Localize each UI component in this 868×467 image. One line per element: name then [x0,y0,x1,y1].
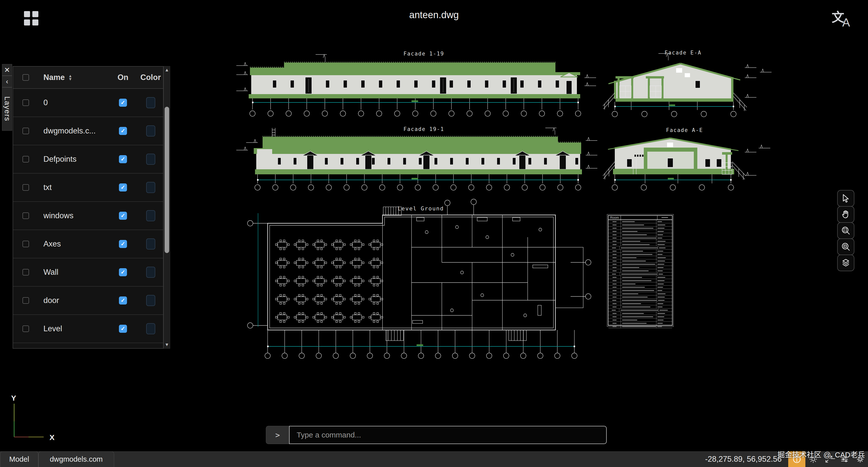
layer-select-checkbox[interactable] [23,326,29,332]
layer-name: 0 [43,98,108,107]
layer-name: Defpoints [43,155,108,164]
room-table-row [609,292,672,295]
room-table-row [609,243,672,246]
layout-tabs: Model dwgmodels.com [0,452,114,467]
room-table-row [609,286,672,289]
layer-color-swatch[interactable] [146,238,155,249]
room-table-row [609,230,672,233]
command-bar: > [266,426,607,444]
layer-select-checkbox[interactable] [23,241,29,247]
layer-row[interactable]: ✓ [13,343,163,349]
layer-visibility-checkbox[interactable]: ✓ [119,240,127,248]
layer-name: windows [43,211,108,220]
zoom-extents-tool[interactable] [837,222,855,239]
layer-row[interactable]: txt✓ [13,173,163,201]
room-header-cell: Room [609,216,621,220]
layer-select-checkbox[interactable] [23,128,29,134]
layer-row[interactable]: Axes✓ [13,230,163,258]
room-table-row [609,325,672,328]
layer-visibility-checkbox[interactable]: ✓ [119,127,127,135]
tab-dwgmodels[interactable]: dwgmodels.com [38,452,114,467]
layer-visibility-checkbox[interactable]: ✓ [119,268,127,276]
layer-select-checkbox[interactable] [23,156,29,163]
layer-color-swatch[interactable] [146,182,155,193]
layer-select-checkbox[interactable] [23,297,29,304]
ucs-y-label: Y [11,394,16,402]
layer-visibility-checkbox[interactable]: ✓ [119,155,127,163]
watermark: 掘金技术社区 @_CAD老兵 [777,449,865,460]
column-header-name[interactable]: Name [43,73,65,82]
layer-color-swatch[interactable] [146,125,155,136]
scrollbar-thumb[interactable] [165,107,169,253]
layer-row[interactable]: dwgmodels.c...✓ [13,116,163,145]
layer-row[interactable]: Wall✓ [13,258,163,286]
sort-icon[interactable]: ▲ ▼ [68,74,72,81]
select-all-checkbox[interactable] [23,74,29,81]
layer-row[interactable]: Defpoints✓ [13,145,163,173]
room-table-row [609,227,672,230]
room-table-row [609,319,672,322]
layer-visibility-checkbox[interactable]: ✓ [119,184,127,192]
layer-row[interactable]: 0✓ [13,89,163,116]
room-table-row [609,276,672,279]
facade-1-19-drawing: Facade 1-19 [235,48,609,121]
layer-visibility-checkbox[interactable]: ✓ [119,296,127,304]
hand-icon [841,209,851,220]
room-table-row [609,259,672,263]
pan-tool[interactable] [837,206,855,223]
layer-color-swatch[interactable] [146,267,155,278]
layer-row[interactable]: windows✓ [13,201,163,230]
cursor-coordinates: -28,275.89, 56,952.56 [705,455,782,464]
room-table-header: Room [609,216,672,220]
translate-icon[interactable]: 文 A [832,7,854,30]
facade-a-e-label: Facade A-E [666,127,703,133]
column-header-color: Color [141,73,161,82]
layers-tool[interactable] [837,255,855,271]
room-table-row [609,322,672,325]
room-table-row [609,240,672,243]
layer-name: Axes [43,239,108,248]
tab-model[interactable]: Model [0,452,38,467]
layer-color-swatch[interactable] [146,210,155,221]
cursor-icon [841,193,851,203]
layers-icon [841,258,851,268]
facade-a-e-drawing: Facade A-E [593,125,770,201]
layer-color-swatch[interactable] [146,295,155,306]
level-ground-plan: Level Ground [235,199,609,373]
room-table-row [609,272,672,276]
layer-visibility-checkbox[interactable]: ✓ [119,212,127,220]
room-table-row [609,263,672,266]
select-tool[interactable] [837,190,855,207]
room-table-row [609,312,672,315]
room-table-row [609,246,672,249]
facade-e-a-label: Facade E-A [664,50,701,56]
close-icon[interactable]: ✕ [2,64,12,76]
room-table-row [609,289,672,292]
layer-select-checkbox[interactable] [23,212,29,219]
room-table-row [609,266,672,269]
layer-color-swatch[interactable] [146,323,155,334]
layer-visibility-checkbox[interactable]: ✓ [119,99,127,107]
layer-select-checkbox[interactable] [23,269,29,275]
scroll-down-icon[interactable]: ▼ [164,342,170,347]
document-title: anteen.dwg [0,9,868,21]
room-table-row [609,282,672,286]
layer-visibility-checkbox[interactable]: ✓ [119,325,127,333]
layers-panel-strip: ✕ ‹ Layers [2,64,12,131]
layer-color-swatch[interactable] [146,154,155,165]
layer-color-swatch[interactable] [146,97,155,108]
command-input[interactable] [289,426,607,444]
room-table-row [609,299,672,302]
layer-select-checkbox[interactable] [23,184,29,191]
layer-name: Wall [43,268,108,277]
layer-select-checkbox[interactable] [23,99,29,106]
zoom-window-tool[interactable] [837,238,855,255]
layer-row[interactable]: Level✓ [13,314,163,343]
layer-row[interactable]: door✓ [13,286,163,314]
layers-scrollbar[interactable]: ▲ ▼ [164,66,170,349]
room-table-row [609,305,672,308]
layers-panel: Name ▲ ▼ On Color 0✓dwgmodels.c...✓Defpo… [12,66,164,349]
collapse-panel-icon[interactable]: ‹ [2,76,12,87]
level-ground-label: Level Ground [398,205,444,212]
scroll-up-icon[interactable]: ▲ [164,67,170,73]
